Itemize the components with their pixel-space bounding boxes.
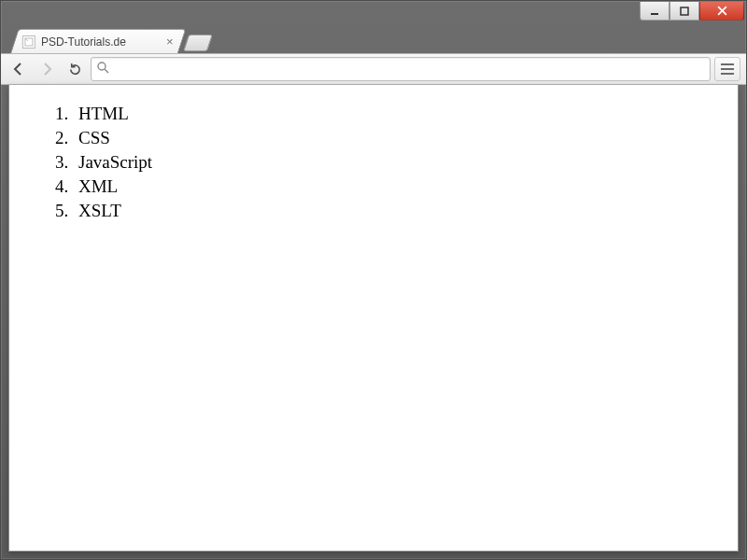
list-item: JavaScript — [73, 150, 728, 175]
page-viewport: HTML CSS JavaScript XML XSLT — [8, 85, 739, 552]
list-item: HTML — [73, 102, 728, 126]
list-item: XML — [73, 175, 728, 199]
search-icon — [97, 62, 109, 77]
back-button[interactable] — [7, 57, 31, 81]
hamburger-icon — [721, 63, 734, 65]
maximize-button[interactable] — [669, 2, 699, 21]
page-favicon-icon — [22, 35, 35, 49]
svg-rect-1 — [681, 7, 688, 15]
list-item: XSLT — [73, 199, 728, 223]
address-bar[interactable] — [91, 57, 711, 81]
page-content: HTML CSS JavaScript XML XSLT — [9, 85, 738, 240]
browser-tab[interactable]: PSD-Tutorials.de × — [10, 29, 186, 53]
svg-rect-0 — [651, 13, 658, 15]
tab-close-icon[interactable]: × — [166, 35, 174, 48]
list-item: CSS — [73, 126, 728, 150]
reload-button[interactable] — [63, 57, 87, 81]
minimize-button[interactable] — [640, 2, 669, 21]
window-close-button[interactable] — [699, 2, 744, 21]
window-controls — [640, 2, 744, 21]
forward-button[interactable] — [35, 57, 59, 81]
tab-strip: PSD-Tutorials.de × — [1, 27, 746, 53]
browser-toolbar — [1, 53, 746, 85]
tab-title: PSD-Tutorials.de — [41, 35, 161, 49]
address-input[interactable] — [115, 58, 704, 80]
new-tab-button[interactable] — [183, 35, 213, 51]
svg-point-3 — [98, 63, 106, 70]
svg-line-4 — [105, 69, 108, 73]
os-titlebar — [1, 1, 746, 27]
browser-window: PSD-Tutorials.de × HTML — [0, 0, 747, 560]
chrome-menu-button[interactable] — [714, 57, 740, 81]
ordered-list: HTML CSS JavaScript XML XSLT — [19, 102, 728, 223]
